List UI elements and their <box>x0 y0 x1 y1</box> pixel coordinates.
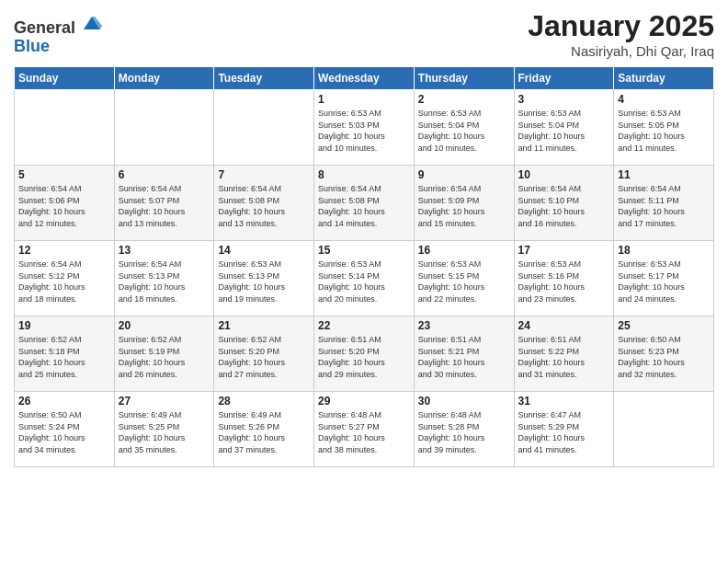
calendar-cell-w5-d6: 31Sunrise: 6:47 AMSunset: 5:29 PMDayligh… <box>514 392 614 467</box>
day-info: Sunrise: 6:49 AMSunset: 5:25 PMDaylight:… <box>119 409 210 455</box>
calendar-cell-w2-d4: 8Sunrise: 6:54 AMSunset: 5:08 PMDaylight… <box>314 166 415 241</box>
calendar-cell-w1-d1 <box>15 90 115 166</box>
day-number: 13 <box>119 244 210 257</box>
day-number: 29 <box>318 395 410 408</box>
header-monday: Monday <box>114 67 214 90</box>
day-number: 12 <box>18 244 110 257</box>
calendar-location: Nasiriyah, Dhi Qar, Iraq <box>528 43 714 59</box>
calendar-cell-w4-d7: 25Sunrise: 6:50 AMSunset: 5:23 PMDayligh… <box>614 316 714 392</box>
day-info: Sunrise: 6:50 AMSunset: 5:24 PMDaylight:… <box>18 409 110 455</box>
day-number: 17 <box>518 244 610 257</box>
day-info: Sunrise: 6:53 AMSunset: 5:03 PMDaylight:… <box>318 108 410 154</box>
day-number: 2 <box>418 93 510 106</box>
calendar-cell-w4-d3: 21Sunrise: 6:52 AMSunset: 5:20 PMDayligh… <box>214 316 314 392</box>
day-info: Sunrise: 6:53 AMSunset: 5:14 PMDaylight:… <box>318 259 410 304</box>
day-number: 9 <box>418 168 510 181</box>
day-info: Sunrise: 6:50 AMSunset: 5:23 PMDaylight:… <box>618 334 710 380</box>
calendar-cell-w1-d2 <box>114 90 214 166</box>
day-number: 7 <box>218 168 310 181</box>
calendar-cell-w2-d3: 7Sunrise: 6:54 AMSunset: 5:08 PMDaylight… <box>214 166 314 241</box>
day-info: Sunrise: 6:53 AMSunset: 5:05 PMDaylight:… <box>618 108 710 154</box>
day-info: Sunrise: 6:54 AMSunset: 5:08 PMDaylight:… <box>218 183 310 229</box>
header-tuesday: Tuesday <box>214 67 314 90</box>
day-info: Sunrise: 6:54 AMSunset: 5:10 PMDaylight:… <box>518 183 610 229</box>
day-number: 24 <box>518 319 610 332</box>
calendar-cell-w2-d6: 10Sunrise: 6:54 AMSunset: 5:10 PMDayligh… <box>514 166 614 241</box>
calendar-cell-w5-d4: 29Sunrise: 6:48 AMSunset: 5:27 PMDayligh… <box>314 392 415 467</box>
day-number: 23 <box>418 319 510 332</box>
day-info: Sunrise: 6:47 AMSunset: 5:29 PMDaylight:… <box>518 409 610 455</box>
day-number: 19 <box>18 319 110 332</box>
day-number: 6 <box>119 168 210 181</box>
header-sunday: Sunday <box>15 67 115 90</box>
calendar-cell-w5-d5: 30Sunrise: 6:48 AMSunset: 5:28 PMDayligh… <box>414 392 514 467</box>
calendar-cell-w3-d4: 15Sunrise: 6:53 AMSunset: 5:14 PMDayligh… <box>314 241 415 316</box>
calendar-cell-w3-d5: 16Sunrise: 6:53 AMSunset: 5:15 PMDayligh… <box>414 241 514 316</box>
day-number: 26 <box>18 395 110 408</box>
day-info: Sunrise: 6:53 AMSunset: 5:15 PMDaylight:… <box>418 259 510 304</box>
calendar-page: General Blue January 2025 Nasiriyah, Dhi… <box>0 0 728 563</box>
week-row-4: 19Sunrise: 6:52 AMSunset: 5:18 PMDayligh… <box>15 316 714 392</box>
calendar-cell-w4-d5: 23Sunrise: 6:51 AMSunset: 5:21 PMDayligh… <box>414 316 514 392</box>
calendar-cell-w2-d5: 9Sunrise: 6:54 AMSunset: 5:09 PMDaylight… <box>414 166 514 241</box>
day-info: Sunrise: 6:53 AMSunset: 5:13 PMDaylight:… <box>218 259 310 304</box>
day-info: Sunrise: 6:48 AMSunset: 5:27 PMDaylight:… <box>318 409 410 455</box>
day-info: Sunrise: 6:54 AMSunset: 5:09 PMDaylight:… <box>418 183 510 229</box>
calendar-cell-w1-d4: 1Sunrise: 6:53 AMSunset: 5:03 PMDaylight… <box>314 90 415 166</box>
day-number: 27 <box>119 395 210 408</box>
week-row-5: 26Sunrise: 6:50 AMSunset: 5:24 PMDayligh… <box>15 392 714 467</box>
day-info: Sunrise: 6:52 AMSunset: 5:18 PMDaylight:… <box>18 334 110 380</box>
day-info: Sunrise: 6:54 AMSunset: 5:13 PMDaylight:… <box>119 259 210 304</box>
logo-blue-text: Blue <box>14 37 50 55</box>
day-info: Sunrise: 6:53 AMSunset: 5:04 PMDaylight:… <box>518 108 610 154</box>
calendar-cell-w5-d3: 28Sunrise: 6:49 AMSunset: 5:26 PMDayligh… <box>214 392 314 467</box>
day-info: Sunrise: 6:52 AMSunset: 5:20 PMDaylight:… <box>218 334 310 380</box>
calendar-cell-w5-d7 <box>614 392 714 467</box>
calendar-cell-w1-d7: 4Sunrise: 6:53 AMSunset: 5:05 PMDaylight… <box>614 90 714 166</box>
day-number: 4 <box>618 93 710 106</box>
calendar-cell-w3-d1: 12Sunrise: 6:54 AMSunset: 5:12 PMDayligh… <box>15 241 115 316</box>
logo-general-text: General <box>14 18 75 37</box>
calendar-table: Sunday Monday Tuesday Wednesday Thursday… <box>14 66 714 467</box>
weekday-header-row: Sunday Monday Tuesday Wednesday Thursday… <box>15 67 714 90</box>
calendar-cell-w3-d2: 13Sunrise: 6:54 AMSunset: 5:13 PMDayligh… <box>114 241 214 316</box>
day-info: Sunrise: 6:54 AMSunset: 5:07 PMDaylight:… <box>119 183 210 229</box>
calendar-cell-w1-d3 <box>214 90 314 166</box>
day-info: Sunrise: 6:54 AMSunset: 5:12 PMDaylight:… <box>18 259 110 304</box>
day-number: 21 <box>218 319 310 332</box>
day-number: 16 <box>418 244 510 257</box>
day-info: Sunrise: 6:53 AMSunset: 5:16 PMDaylight:… <box>518 259 610 304</box>
calendar-title: January 2025 <box>528 9 714 43</box>
day-info: Sunrise: 6:54 AMSunset: 5:11 PMDaylight:… <box>618 183 710 229</box>
day-number: 14 <box>218 244 310 257</box>
header-wednesday: Wednesday <box>314 67 415 90</box>
day-number: 15 <box>318 244 410 257</box>
day-number: 28 <box>218 395 310 408</box>
day-number: 10 <box>518 168 610 181</box>
day-number: 20 <box>119 319 210 332</box>
calendar-cell-w4-d4: 22Sunrise: 6:51 AMSunset: 5:20 PMDayligh… <box>314 316 415 392</box>
day-info: Sunrise: 6:51 AMSunset: 5:20 PMDaylight:… <box>318 334 410 380</box>
calendar-cell-w1-d5: 2Sunrise: 6:53 AMSunset: 5:04 PMDaylight… <box>414 90 514 166</box>
day-number: 25 <box>618 319 710 332</box>
header-thursday: Thursday <box>414 67 514 90</box>
day-number: 11 <box>618 168 710 181</box>
calendar-cell-w5-d1: 26Sunrise: 6:50 AMSunset: 5:24 PMDayligh… <box>15 392 115 467</box>
calendar-cell-w3-d3: 14Sunrise: 6:53 AMSunset: 5:13 PMDayligh… <box>214 241 314 316</box>
day-number: 18 <box>618 244 710 257</box>
day-number: 1 <box>318 93 410 106</box>
day-number: 3 <box>518 93 610 106</box>
calendar-cell-w4-d2: 20Sunrise: 6:52 AMSunset: 5:19 PMDayligh… <box>114 316 214 392</box>
title-block: January 2025 Nasiriyah, Dhi Qar, Iraq <box>528 9 714 59</box>
calendar-cell-w5-d2: 27Sunrise: 6:49 AMSunset: 5:25 PMDayligh… <box>114 392 214 467</box>
day-number: 8 <box>318 168 410 181</box>
header: General Blue January 2025 Nasiriyah, Dhi… <box>14 9 714 59</box>
day-info: Sunrise: 6:52 AMSunset: 5:19 PMDaylight:… <box>119 334 210 380</box>
day-info: Sunrise: 6:48 AMSunset: 5:28 PMDaylight:… <box>418 409 510 455</box>
day-info: Sunrise: 6:51 AMSunset: 5:22 PMDaylight:… <box>518 334 610 380</box>
week-row-2: 5Sunrise: 6:54 AMSunset: 5:06 PMDaylight… <box>15 166 714 241</box>
logo-icon <box>82 13 102 33</box>
day-info: Sunrise: 6:54 AMSunset: 5:08 PMDaylight:… <box>318 183 410 229</box>
day-info: Sunrise: 6:53 AMSunset: 5:04 PMDaylight:… <box>418 108 510 154</box>
calendar-cell-w3-d7: 18Sunrise: 6:53 AMSunset: 5:17 PMDayligh… <box>614 241 714 316</box>
